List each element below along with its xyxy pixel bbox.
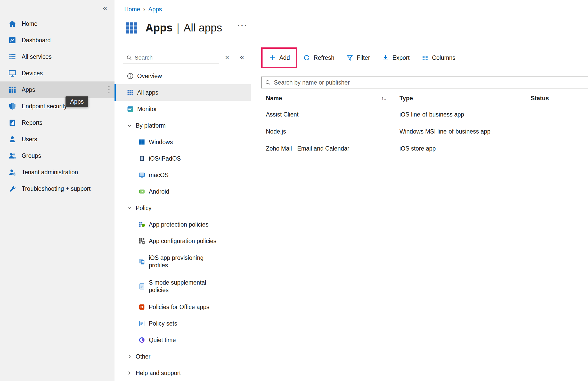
info-icon (126, 72, 134, 80)
toolbar-divider (261, 70, 588, 70)
users-icon (8, 135, 17, 143)
nav-item-s-mode-supplemental-policies[interactable]: S mode supplemental policies (115, 274, 251, 299)
sidebar-item-reports[interactable]: Reports (0, 114, 115, 131)
nav-item-ios-app-provisioning-profiles[interactable]: iOS app provisioning profiles (115, 249, 251, 274)
nav-item-label: iOS/iPadOS (149, 155, 181, 162)
sidebar-item-label: Groups (22, 152, 41, 159)
columns-button[interactable]: Columns (421, 54, 455, 61)
sidebar-item-devices[interactable]: Devices (0, 65, 115, 81)
nav-item-label: macOS (149, 172, 169, 179)
nav-item-all-apps[interactable]: All apps (115, 84, 251, 101)
refresh-button[interactable]: Refresh (303, 54, 334, 61)
nav-item-policy-sets[interactable]: Policy sets (115, 315, 251, 332)
nav-item-overview[interactable]: Overview (115, 68, 251, 84)
nav-group-policy[interactable]: Policy (115, 200, 251, 216)
sidebar-item-dashboard[interactable]: Dashboard (0, 32, 115, 48)
refresh-icon (303, 54, 310, 61)
nav-group-by-platform[interactable]: By platform (115, 117, 251, 134)
sidebar-item-label: Reports (22, 119, 43, 126)
sidebar-item-apps[interactable]: Apps (0, 81, 115, 98)
main-sidebar: « Home Dashboard All services Devices Ap… (0, 0, 115, 381)
nav-group-other[interactable]: Other (115, 348, 251, 365)
nav-search-clear-icon[interactable]: × (225, 53, 230, 62)
table-row[interactable]: Assist Client iOS line-of-business app (261, 106, 588, 123)
apps-tooltip: Apps (66, 96, 88, 107)
nav-item-monitor[interactable]: Monitor (115, 101, 251, 117)
add-button-highlight-box: Add (261, 47, 297, 68)
refresh-button-label: Refresh (314, 54, 334, 61)
sidebar-item-users[interactable]: Users (0, 131, 115, 147)
sidebar-item-troubleshooting-support[interactable]: Troubleshooting + support (0, 180, 115, 197)
sidebar-item-groups[interactable]: Groups (0, 147, 115, 164)
nav-item-policies-for-office-apps[interactable]: Policies for Office apps (115, 299, 251, 315)
sidebar-item-home[interactable]: Home (0, 15, 115, 32)
columns-button-label: Columns (432, 54, 455, 61)
all-apps-icon (126, 89, 134, 96)
app-name-cell[interactable]: Assist Client (261, 111, 395, 118)
sidebar-item-label: Dashboard (22, 37, 51, 44)
app-name-cell[interactable]: Zoho Mail - Email and Calendar (261, 145, 395, 152)
sidebar-item-label: Tenant administration (22, 169, 78, 176)
nav-group-label: Other (136, 353, 151, 360)
drag-handle-dots-icon (107, 85, 111, 96)
nav-item-ios-ipados[interactable]: iOS/iPadOS (115, 150, 251, 167)
chevron-down-icon (126, 122, 133, 129)
sidebar-item-label: Troubleshooting + support (22, 185, 91, 192)
sidebar-item-label: Devices (22, 70, 43, 77)
apps-search-input[interactable] (274, 79, 586, 86)
table-row[interactable]: Zoho Mail - Email and Calendar iOS store… (261, 140, 588, 157)
nav-group-label: Policy (136, 205, 151, 212)
policy-sets-icon (138, 320, 146, 327)
sort-icon[interactable]: ↑↓ (381, 95, 386, 101)
nav-search-input[interactable] (135, 54, 216, 61)
app-name-cell[interactable]: Node.js (261, 128, 395, 135)
nav-item-windows[interactable]: Windows (115, 134, 251, 150)
nav-item-quiet-time[interactable]: Quiet time (115, 332, 251, 348)
chevron-down-icon (126, 205, 133, 211)
export-button[interactable]: Export (382, 54, 410, 61)
sidebar-item-all-services[interactable]: All services (0, 48, 115, 65)
add-button[interactable]: Add (269, 54, 290, 61)
column-header-type-label: Type (399, 95, 413, 102)
apps-search-box[interactable] (261, 77, 588, 88)
nav-group-label: By platform (136, 122, 166, 129)
apps-table-header: Name ↑↓ Type Status (261, 90, 588, 106)
nav-item-macos[interactable]: macOS (115, 167, 251, 183)
app-type-cell: Windows MSI line-of-business app (395, 128, 526, 135)
endpoint-security-icon (8, 102, 17, 110)
column-header-name[interactable]: Name ↑↓ (261, 95, 395, 102)
nav-item-app-protection-policies[interactable]: App protection policies (115, 216, 251, 233)
columns-icon (421, 54, 429, 61)
nav-item-android[interactable]: Android (115, 183, 251, 200)
devices-icon (8, 69, 17, 77)
dashboard-icon (8, 36, 17, 44)
nav-item-label: Overview (137, 73, 162, 80)
filter-icon (346, 54, 353, 61)
office-icon (138, 303, 146, 311)
macos-icon (138, 171, 146, 179)
nav-search-box[interactable] (123, 52, 219, 63)
nav-group-help-and-support[interactable]: Help and support (115, 365, 251, 381)
intune-admin-center: « Home Dashboard All services Devices Ap… (0, 0, 588, 381)
reports-icon (8, 119, 17, 127)
nav-item-app-configuration-policies[interactable]: App configuration policies (115, 233, 251, 249)
apps-blade-nav: × « Overview All apps Monitor By pl (115, 0, 251, 381)
filter-button-label: Filter (357, 54, 370, 61)
nav-item-label: All apps (137, 89, 158, 96)
all-apps-content: Add Refresh Filter Export Columns (261, 0, 588, 381)
filter-button[interactable]: Filter (346, 54, 370, 61)
troubleshooting-icon (8, 185, 17, 193)
column-header-status[interactable]: Status (526, 95, 588, 102)
nav-collapse-icon[interactable]: « (240, 53, 244, 61)
nav-item-label: Quiet time (149, 337, 176, 344)
column-header-type[interactable]: Type (395, 95, 526, 102)
table-row[interactable]: Node.js Windows MSI line-of-business app (261, 123, 588, 140)
home-icon (8, 20, 17, 28)
sidebar-item-endpoint-security[interactable]: Endpoint security (0, 98, 115, 114)
search-icon (126, 54, 133, 61)
nav-item-label: Windows (149, 139, 173, 146)
nav-item-label: Monitor (137, 106, 157, 113)
sidebar-item-label: Endpoint security (22, 103, 67, 110)
sidebar-item-tenant-administration[interactable]: Tenant administration (0, 164, 115, 180)
sidebar-collapse-icon[interactable]: « (103, 3, 107, 13)
